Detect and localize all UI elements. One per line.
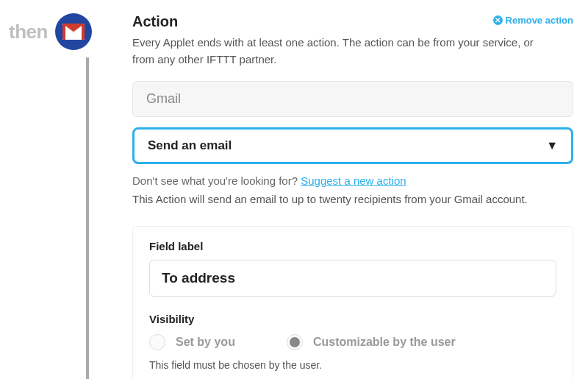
gmail-icon	[62, 24, 85, 40]
radio-label: Customizable by the user	[313, 336, 456, 349]
remove-action-link[interactable]: ✕ Remove action	[493, 15, 573, 26]
radio-label: Set by you	[176, 336, 235, 349]
radio-icon	[287, 334, 303, 350]
suggest-row: Don't see what you're looking for? Sugge…	[132, 174, 573, 187]
action-note: This Action will send an email to up to …	[132, 193, 573, 205]
chevron-down-icon: ▼	[546, 139, 558, 152]
service-badge[interactable]	[55, 13, 92, 50]
field-label-title: Field label	[149, 240, 556, 252]
visibility-option-customizable[interactable]: Customizable by the user	[287, 334, 456, 350]
field-label-input[interactable]	[149, 260, 556, 297]
section-description: Every Applet ends with at least one acti…	[132, 35, 544, 68]
visibility-option-set-by-you[interactable]: Set by you	[149, 334, 235, 350]
section-title: Action	[132, 13, 178, 30]
remove-icon: ✕	[493, 15, 503, 25]
field-note: This field must be chosen by the user.	[149, 359, 556, 371]
remove-action-label: Remove action	[506, 15, 573, 26]
action-select-value: Send an email	[148, 138, 232, 153]
action-select[interactable]: Send an email ▼	[132, 127, 573, 164]
connector-line	[86, 57, 89, 379]
suggest-prefix: Don't see what you're looking for?	[132, 174, 301, 187]
then-label: then	[9, 21, 48, 43]
radio-icon	[149, 334, 165, 350]
field-panel: Field label Visibility Set by you Custom…	[132, 226, 573, 379]
visibility-title: Visibility	[149, 313, 556, 325]
service-name-input[interactable]: Gmail	[132, 81, 573, 117]
suggest-action-link[interactable]: Suggest a new action	[301, 174, 406, 187]
